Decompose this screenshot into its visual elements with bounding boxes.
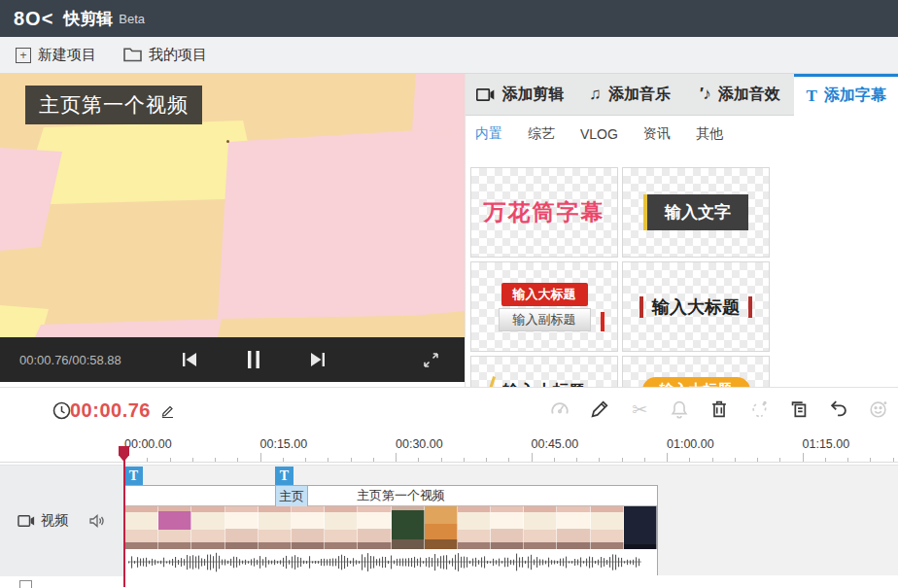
bell-tool[interactable] xyxy=(668,398,691,421)
template-orange-pill[interactable]: 输入大标题 输入副标题 xyxy=(622,356,770,387)
subtitle-chip[interactable]: 主页 xyxy=(275,485,308,507)
thumbnail-frame xyxy=(425,506,458,549)
thumbnail-frame xyxy=(225,506,259,549)
ruler-label: 01:00.00 xyxy=(667,437,714,451)
template-title: 输入大标题 xyxy=(642,377,750,387)
timeline-ruler[interactable]: 00:00.0000:15.0000:30.0000:45.0001:00.00… xyxy=(0,433,898,463)
speed-gauge-icon xyxy=(549,398,570,420)
copy-icon xyxy=(788,398,810,420)
copy-tool[interactable] xyxy=(787,398,811,421)
subtab-builtin[interactable]: 内置 xyxy=(475,125,502,143)
emoji-face-icon xyxy=(868,398,889,420)
camera-icon xyxy=(17,515,35,527)
ruler-label: 00:30.00 xyxy=(396,437,443,451)
app-window: 8O< 快剪辑 Beta + 新建项目 我的项目 主页第一个视频 00:00 xyxy=(0,0,898,588)
subtab-other[interactable]: 其他 xyxy=(696,125,723,143)
playback-controls: 00:00.76/00:58.88 xyxy=(0,337,465,382)
preview-subtitle-overlay[interactable]: 主页第一个视频 xyxy=(25,86,202,124)
video-preview: 主页第一个视频 xyxy=(0,74,465,337)
template-kaleidoscope[interactable]: 万花筒字幕 xyxy=(470,167,618,258)
ruler-label: 00:15.00 xyxy=(260,437,308,451)
template-body: 输入大标题 xyxy=(639,295,752,319)
pause-icon xyxy=(247,351,260,368)
template-body: 输入大标题 输入副标题 xyxy=(642,377,750,387)
edit-pencil-tool[interactable] xyxy=(588,398,611,421)
pause-button[interactable] xyxy=(237,345,270,374)
template-subtitle: 输入副标题 xyxy=(499,308,591,331)
thumbnail-frame xyxy=(557,506,590,549)
preview-anchor-dot xyxy=(226,140,229,143)
timeline-tools: ✂ xyxy=(548,398,890,421)
skip-forward-button[interactable] xyxy=(301,345,334,374)
tab-add-sfx-label: 添加音效 xyxy=(718,85,780,105)
template-red-stack[interactable]: 输入大标题 输入副标题 xyxy=(470,261,618,352)
app-logo-icon: 8O< xyxy=(14,8,53,30)
tab-add-music-label: 添加音乐 xyxy=(608,85,671,105)
template-title: 万花筒字幕 xyxy=(484,197,605,227)
thumbnail-frame xyxy=(125,506,158,549)
skip-back-icon xyxy=(182,353,197,366)
thumbnail-frame xyxy=(158,506,191,549)
track-name: 视频 xyxy=(41,512,68,530)
subtitle-template-grid: 万花筒字幕 输入文字 输入大标题 输入副标题 输入大标题 输入大标题 输入副标 xyxy=(470,167,898,387)
template-title: 输入文字 xyxy=(643,194,748,230)
scissors-cut-tool[interactable]: ✂ xyxy=(628,398,651,421)
thumbnail-frame xyxy=(458,506,491,549)
clip-title-bar: 主页第一个视频 xyxy=(125,486,657,506)
red-bar-decoration xyxy=(748,296,752,318)
clip-waveform xyxy=(125,549,657,575)
red-bar-decoration xyxy=(601,312,604,331)
sound-effect-icon: ′♪ xyxy=(699,85,711,104)
music-note-icon: ♫ xyxy=(589,85,602,104)
text-marker-2[interactable]: T xyxy=(275,467,294,486)
template-dark-box[interactable]: 输入文字 xyxy=(622,167,770,258)
skip-back-button[interactable] xyxy=(173,345,206,374)
template-title: 输入大标题 xyxy=(503,380,586,387)
new-project-button[interactable]: + 新建项目 xyxy=(16,46,96,64)
magic-sparkle-tool[interactable] xyxy=(747,398,771,421)
video-clip[interactable]: 主页第一个视频 主页 xyxy=(124,485,658,575)
video-track-label: 视频 xyxy=(0,466,124,576)
template-body: 输入大标题 输入副标题 xyxy=(499,283,591,331)
tab-add-music[interactable]: ♫ 添加音乐 xyxy=(575,74,685,116)
video-track-row: 视频 T T 主页第一个视频 主页 xyxy=(0,465,898,575)
app-title: 快剪辑 xyxy=(63,8,113,30)
thumbnail-frame xyxy=(491,506,524,549)
fullscreen-button[interactable] xyxy=(414,345,447,374)
thumbnail-frame xyxy=(191,506,224,549)
template-slash[interactable]: 输入大标题 输入副标题 xyxy=(470,356,618,387)
template-red-bars[interactable]: 输入大标题 xyxy=(622,261,770,352)
next-track-icon xyxy=(19,580,32,588)
undo-tool[interactable] xyxy=(827,398,850,421)
folder-icon xyxy=(123,48,142,62)
speed-gauge-tool[interactable] xyxy=(548,398,571,421)
thumbnail-frame xyxy=(325,506,358,549)
tab-add-subtitle[interactable]: T 添加字幕 xyxy=(794,74,898,116)
subtab-news[interactable]: 资讯 xyxy=(643,125,671,143)
thumbnail-frame xyxy=(292,506,325,549)
tab-add-clip[interactable]: 添加剪辑 xyxy=(466,74,575,116)
speaker-icon[interactable] xyxy=(89,514,105,528)
tab-add-clip-label: 添加剪辑 xyxy=(501,85,564,105)
tab-add-subtitle-label: 添加字幕 xyxy=(824,86,886,106)
subtab-vlog[interactable]: VLOG xyxy=(580,126,618,142)
text-marker-1[interactable]: T xyxy=(124,467,143,486)
camera-icon xyxy=(476,88,495,101)
ruler-label: 00:00.00 xyxy=(124,437,172,451)
right-panel: 添加剪辑 ♫ 添加音乐 ′♪ 添加音效 T 添加字幕 内置 综艺 VLOG 资讯… xyxy=(465,74,898,387)
timeline-header: 00:00.76 ✂ xyxy=(0,388,898,433)
subtab-variety[interactable]: 综艺 xyxy=(528,125,555,143)
emoji-face-tool[interactable] xyxy=(867,398,890,421)
track-area: 视频 T T 主页第一个视频 主页 xyxy=(0,463,898,588)
ruler-label: 00:45.00 xyxy=(532,437,579,451)
my-projects-button[interactable]: 我的项目 xyxy=(123,46,207,64)
thumbnail-frame xyxy=(524,506,557,549)
template-title: 输入大标题 xyxy=(501,283,588,306)
thumbnail-frame xyxy=(259,506,292,549)
thumbnail-frame xyxy=(358,506,391,549)
timeline-panel: 00:00.76 ✂ xyxy=(0,387,898,588)
tab-add-sfx[interactable]: ′♪ 添加音效 xyxy=(685,74,795,116)
trash-delete-tool[interactable] xyxy=(708,398,731,421)
thumbnail-frame xyxy=(624,506,657,549)
edit-time-pencil-icon[interactable] xyxy=(160,403,175,418)
